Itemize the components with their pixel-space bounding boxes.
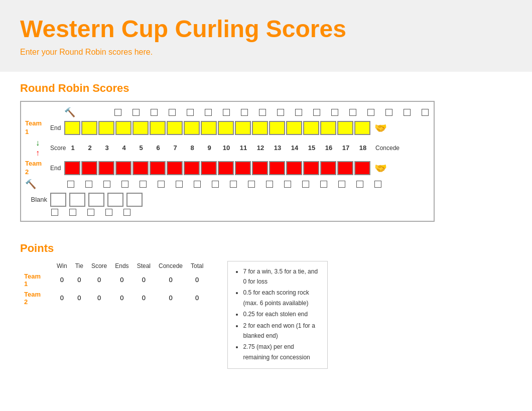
cb-t2-15[interactable] [320, 181, 327, 188]
cb-t2-5[interactable] [140, 181, 147, 188]
t2-end-18[interactable] [354, 161, 370, 175]
cb-t1-16[interactable] [385, 109, 392, 116]
cb-t1-18[interactable] [422, 109, 429, 116]
cb-t1-12[interactable] [313, 109, 320, 116]
cb-t1-1[interactable] [114, 109, 121, 116]
blank-cell-5[interactable] [126, 193, 143, 207]
handshake-icon-t1[interactable]: 🤝 [374, 122, 387, 134]
blank-cb-3[interactable] [87, 209, 94, 216]
concede-label: Concede [375, 145, 400, 152]
cb-t2-11[interactable] [248, 181, 255, 188]
score-n-4: 4 [115, 144, 132, 152]
cb-t2-16[interactable] [338, 181, 345, 188]
team2-points-row: Team2 0 0 0 0 0 0 0 [20, 289, 207, 307]
cb-t1-8[interactable] [241, 109, 248, 116]
t1-end-17[interactable] [337, 121, 353, 135]
t1-end-2[interactable] [81, 121, 97, 135]
blank-cell-4[interactable] [107, 193, 123, 207]
blank-cell-2[interactable] [69, 193, 85, 207]
cb-t2-7[interactable] [176, 181, 183, 188]
t1-end-1[interactable] [64, 121, 80, 135]
t2-end-4[interactable] [115, 161, 131, 175]
blank-cb-2[interactable] [69, 209, 76, 216]
t1-end-15[interactable] [303, 121, 319, 135]
col-tie: Tie [71, 261, 87, 271]
cb-t2-8[interactable] [194, 181, 201, 188]
score-board: 🔨 Team1 End [20, 101, 435, 222]
t2-end-12[interactable] [252, 161, 268, 175]
t1-end-5[interactable] [132, 121, 149, 135]
t2-end-11[interactable] [235, 161, 251, 175]
t2-end-15[interactable] [303, 161, 319, 175]
score-n-10: 10 [218, 144, 235, 152]
t2-end-13[interactable] [269, 161, 285, 175]
t1-end-8[interactable] [184, 121, 200, 135]
blank-cells [50, 193, 143, 207]
t2-total: 0 [187, 289, 207, 307]
t1-end-18[interactable] [354, 121, 370, 135]
blank-cell-3[interactable] [88, 193, 104, 207]
cb-t1-5[interactable] [187, 109, 194, 116]
t2-end-6[interactable] [150, 161, 166, 175]
cb-t1-9[interactable] [259, 109, 266, 116]
cb-t2-9[interactable] [212, 181, 219, 188]
cb-t1-6[interactable] [205, 109, 212, 116]
t2-end-8[interactable] [184, 161, 200, 175]
cb-t2-6[interactable] [158, 181, 165, 188]
t2-end-2[interactable] [81, 161, 97, 175]
cb-t1-13[interactable] [331, 109, 338, 116]
t1-end-12[interactable] [252, 121, 268, 135]
cb-t1-4[interactable] [169, 109, 176, 116]
handshake-icon-t2[interactable]: 🤝 [374, 162, 387, 174]
blank-cell-1[interactable] [50, 193, 66, 207]
t2-end-3[interactable] [98, 161, 114, 175]
cb-t2-18[interactable] [374, 181, 381, 188]
cb-t1-3[interactable] [151, 109, 158, 116]
t1-end-14[interactable] [286, 121, 302, 135]
t2-end-14[interactable] [286, 161, 302, 175]
cb-t1-7[interactable] [223, 109, 230, 116]
cb-t1-15[interactable] [367, 109, 374, 116]
cb-t2-13[interactable] [284, 181, 291, 188]
cb-t1-17[interactable] [404, 109, 411, 116]
cb-t2-10[interactable] [230, 181, 237, 188]
t2-end-9[interactable] [201, 161, 217, 175]
cb-t2-2[interactable] [85, 181, 92, 188]
col-score: Score [87, 261, 111, 271]
col-ends: Ends [111, 261, 132, 271]
t1-end-10[interactable] [218, 121, 234, 135]
score-n-2: 2 [81, 144, 98, 152]
blank-cb-5[interactable] [123, 209, 130, 216]
cb-t2-3[interactable] [103, 181, 110, 188]
t1-end-9[interactable] [201, 121, 217, 135]
legend-item-5: 2.75 (max) per end remaining for concess… [243, 342, 320, 362]
t2-end-16[interactable] [320, 161, 336, 175]
t2-end-7[interactable] [167, 161, 183, 175]
cb-t2-4[interactable] [121, 181, 128, 188]
cb-t2-14[interactable] [302, 181, 309, 188]
cb-t2-1[interactable] [67, 181, 74, 188]
t1-end-16[interactable] [320, 121, 336, 135]
cb-t1-10[interactable] [277, 109, 284, 116]
cb-t2-12[interactable] [266, 181, 273, 188]
t1-end-7[interactable] [167, 121, 183, 135]
cb-t1-11[interactable] [295, 109, 302, 116]
cb-t2-17[interactable] [356, 181, 363, 188]
t2-end-5[interactable] [132, 161, 149, 175]
team2-end-row: Team2 End 🤝 [25, 160, 430, 177]
t1-end-6[interactable] [150, 121, 166, 135]
team1-label: Team1 [25, 119, 50, 136]
points-section-title: Points [20, 242, 512, 255]
t1-end-3[interactable] [98, 121, 114, 135]
t2-end-17[interactable] [337, 161, 353, 175]
score-n-1: 1 [64, 144, 81, 152]
t2-end-1[interactable] [64, 161, 80, 175]
cb-t1-2[interactable] [132, 109, 140, 116]
cb-t1-14[interactable] [349, 109, 356, 116]
blank-cb-1[interactable] [51, 209, 58, 216]
t1-end-4[interactable] [115, 121, 131, 135]
t2-end-10[interactable] [218, 161, 234, 175]
blank-cb-4[interactable] [105, 209, 112, 216]
t1-end-13[interactable] [269, 121, 285, 135]
t1-end-11[interactable] [235, 121, 251, 135]
